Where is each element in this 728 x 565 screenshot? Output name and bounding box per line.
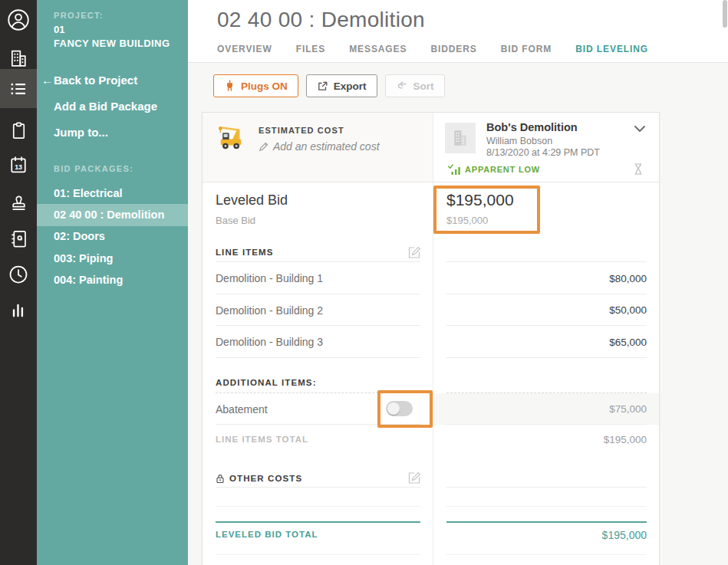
tab-bidders[interactable]: BIDDERS (430, 44, 476, 64)
main-content: 02 40 00 : Demolition OVERVIEW FILES MES… (188, 0, 728, 565)
toolbar: Plugs ON Export Sort (213, 74, 445, 97)
plug-icon (224, 80, 236, 92)
stamp-icon (8, 192, 29, 212)
table-row: Demolition - Building 2 $50,000 (203, 294, 659, 326)
edit-other-costs-icon[interactable] (408, 471, 421, 485)
nav-reports-button[interactable] (0, 291, 37, 328)
tab-overview[interactable]: OVERVIEW (217, 44, 272, 64)
calendar-day-label: 13 (15, 163, 22, 171)
bidder-header[interactable]: Bob's Demolition William Bobson 8/13/202… (433, 113, 659, 182)
nav-stamp-button[interactable] (0, 183, 37, 220)
project-name: FANCY NEW BUILDING (54, 38, 170, 49)
tab-bid-form[interactable]: BID FORM (501, 44, 552, 64)
crane-truck-icon (214, 123, 249, 153)
line-item-name[interactable]: Demolition - Building 1 (203, 262, 433, 294)
plugs-on-button[interactable]: Plugs ON (213, 74, 298, 97)
tab-files[interactable]: FILES (296, 44, 326, 64)
bid-amount[interactable]: $195,000 (446, 191, 514, 209)
table-row: Demolition - Building 3 $65,000 (203, 326, 659, 358)
back-arrow-icon: ← (41, 74, 53, 87)
address-book-icon (8, 228, 29, 249)
table-row: Abatement $75,000 (203, 393, 659, 425)
project-number: 01 (54, 24, 64, 35)
icon-rail: 13 (0, 0, 37, 565)
add-estimated-cost-field[interactable]: Add an estimated cost (259, 140, 380, 153)
sort-icon (396, 81, 408, 90)
export-button[interactable]: Export (306, 74, 377, 97)
hourglass-icon[interactable] (634, 163, 643, 175)
apparent-low-icon (448, 164, 460, 175)
bar-chart-icon (8, 300, 28, 320)
page-title: 02 40 00 : Demolition (217, 8, 425, 32)
bid-packages-label: BID PACKAGES: (54, 164, 133, 173)
bidder-avatar (445, 123, 476, 153)
nav-bid-packages-button[interactable] (0, 69, 37, 108)
add-bid-package-link[interactable]: Add a Bid Package (54, 100, 157, 113)
sidebar-item-piping[interactable]: 003: Piping (37, 248, 188, 270)
project-label: PROJECT: (54, 11, 104, 20)
line-items-total-label: LINE ITEMS TOTAL (203, 425, 433, 468)
base-bid-label: Base Bid (216, 215, 255, 226)
list-icon (8, 78, 29, 100)
calendar-icon: 13 (8, 154, 29, 176)
avatar-icon (7, 8, 30, 31)
leveled-bid-total-label: LEVELED BID TOTAL (203, 523, 433, 555)
pencil-icon (259, 142, 268, 152)
project-sidebar: PROJECT: 01 FANCY NEW BUILDING ←Back to … (37, 0, 188, 565)
leveled-bid-total-value: $195,000 (433, 523, 659, 555)
other-costs-label: OTHER COSTS (229, 474, 302, 483)
line-item-value[interactable]: $50,000 (433, 294, 659, 326)
line-items-total-value: $195,000 (433, 425, 659, 468)
nav-account-button[interactable] (0, 2, 37, 38)
tab-bid-leveling[interactable]: BID LEVELING (575, 44, 648, 64)
sidebar-item-electrical[interactable]: 01: Electrical (37, 182, 188, 205)
clock-icon (8, 264, 29, 285)
sidebar-item-painting[interactable]: 004: Painting (37, 269, 188, 291)
sidebar-item-demolition[interactable]: 02 40 00 : Demolition (37, 204, 188, 226)
bidder-building-icon (450, 127, 471, 149)
clipboard-icon (8, 120, 29, 141)
building-icon (8, 48, 29, 69)
bidder-company-name: Bob's Demolition (486, 121, 578, 133)
abatement-toggle[interactable] (386, 401, 413, 416)
sort-button[interactable]: Sort (385, 74, 445, 97)
lock-icon (216, 473, 225, 484)
export-icon (317, 80, 328, 92)
line-item-name[interactable]: Demolition - Building 3 (203, 326, 433, 358)
tab-messages[interactable]: MESSAGES (349, 44, 407, 64)
bidder-submitted-date: 8/13/2020 at 4:29 PM PDT (486, 147, 600, 158)
sidebar-item-doors[interactable]: 02: Doors (37, 225, 188, 248)
edit-line-items-icon[interactable] (408, 246, 421, 259)
line-item-value[interactable]: $80,000 (433, 262, 659, 294)
nav-calendar-button[interactable]: 13 (0, 146, 37, 183)
bid-base-amount: $195,000 (446, 215, 488, 226)
tab-bar: OVERVIEW FILES MESSAGES BIDDERS BID FORM… (217, 44, 648, 64)
additional-items-label: ADDITIONAL ITEMS: (216, 378, 317, 387)
nav-history-button[interactable] (0, 256, 37, 293)
additional-item-name: Abatement (216, 403, 268, 416)
back-to-project-link[interactable]: ←Back to Project (54, 74, 137, 87)
bidder-contact-name: William Bobson (486, 136, 552, 146)
apparent-low-badge: APPARENT LOW (448, 164, 540, 175)
vertical-scrollbar[interactable] (723, 0, 727, 28)
leveled-bid-title: Leveled Bid (216, 192, 288, 209)
chevron-down-icon[interactable] (634, 126, 645, 133)
bid-leveling-table: ESTIMATED COST Add an estimated cost (202, 112, 660, 565)
estimated-cost-label: ESTIMATED COST (259, 123, 380, 135)
line-item-value[interactable]: $65,000 (433, 326, 659, 358)
line-items-label: LINE ITEMS (216, 248, 274, 257)
nav-clipboard-button[interactable] (0, 112, 37, 149)
table-row: Demolition - Building 1 $80,000 (203, 262, 659, 294)
additional-item-value: $75,000 (433, 393, 659, 425)
line-item-name[interactable]: Demolition - Building 2 (203, 294, 433, 326)
estimated-cost-header: ESTIMATED COST Add an estimated cost (203, 113, 433, 182)
nav-contacts-button[interactable] (0, 220, 37, 257)
jump-to-link[interactable]: Jump to... (54, 126, 108, 139)
